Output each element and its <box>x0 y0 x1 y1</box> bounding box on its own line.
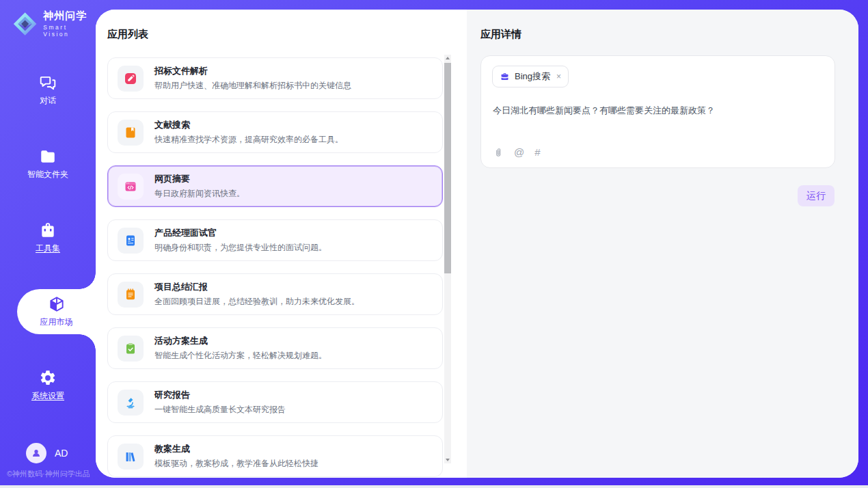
app-card-desc: 帮助用户快速、准确地理解和解析招标书中的关键信息 <box>154 80 351 92</box>
app-card-bid-parse[interactable]: 招标文件解析 帮助用户快速、准确地理解和解析招标书中的关键信息 <box>107 57 443 99</box>
sidebar-item-app-market[interactable]: 应用市场 <box>17 289 96 334</box>
browser-code-icon <box>124 180 137 193</box>
app-list-panel: 应用列表 招标文件解析 帮助用户快速、准确地理解和解析招标书中的关键信息 <box>96 10 467 478</box>
user-row[interactable]: AD <box>26 443 68 463</box>
list-scrollbar[interactable] <box>444 55 451 463</box>
tool-chip-label: Bing搜索 <box>515 70 550 83</box>
scrollbar-thumb[interactable] <box>444 63 451 273</box>
prompt-text-input[interactable]: 今日湖北有哪些新闻要点？有哪些需要关注的最新政策？ <box>493 104 824 118</box>
gem-logo-icon <box>12 11 38 37</box>
app-card-title: 产品经理面试官 <box>154 227 327 239</box>
app-detail-panel: 应用详情 Bing搜索 × 今日湖北有哪些新闻要点？有哪些需要关注的最新政策？ … <box>467 10 858 478</box>
user-icon <box>31 448 42 459</box>
hashtag-icon[interactable]: # <box>534 146 540 158</box>
paperclip-icon[interactable] <box>493 147 504 158</box>
page-bottom-strip <box>0 485 868 488</box>
chip-close-icon[interactable]: × <box>556 72 561 81</box>
app-card-desc: 快速精准查找学术资源，提高研究效率的必备工具。 <box>154 134 343 146</box>
icon-tile <box>118 390 144 416</box>
icon-tile <box>118 174 144 200</box>
scrollbar-up-arrow[interactable] <box>444 55 451 62</box>
app-card-title: 研究报告 <box>154 389 286 401</box>
app-card-desc: 每日政府新闻资讯快查。 <box>154 188 245 200</box>
app-card-title: 教案生成 <box>154 443 318 455</box>
content-sheet: 应用列表 招标文件解析 帮助用户快速、准确地理解和解析招标书中的关键信息 <box>96 10 858 478</box>
app-list-title: 应用列表 <box>107 28 148 41</box>
sidebar-item-label: 系统设置 <box>31 390 64 402</box>
book-icon <box>124 126 137 139</box>
app-card-lesson-plan[interactable]: 教案生成 模板驱动，教案秒成，教学准备从此轻松快捷 <box>107 435 443 477</box>
app-card-literature-search[interactable]: 文献搜索 快速精准查找学术资源，提高研究效率的必备工具。 <box>107 111 443 153</box>
sidebar-item-smart-folder[interactable]: 智能文件夹 <box>0 141 96 187</box>
icon-tile <box>118 228 144 254</box>
tool-chip-bing-search[interactable]: Bing搜索 × <box>492 66 569 87</box>
brand-logo: 神州问学 Smart Vision <box>12 10 96 38</box>
icon-tile <box>118 120 144 146</box>
run-button[interactable]: 运行 <box>798 185 835 206</box>
scrollbar-down-arrow[interactable] <box>444 457 451 463</box>
sidebar-item-label: 智能文件夹 <box>27 169 68 180</box>
sidebar: 神州问学 Smart Vision 对话 智能文件夹 <box>0 0 96 485</box>
app-card-research-report[interactable]: 研究报告 一键智能生成高质量长文本研究报告 <box>107 381 443 423</box>
app-card-event-plan[interactable]: 活动方案生成 智能生成个性化活动方案，轻松解决规划难题。 <box>107 327 443 369</box>
sidebar-nav: 对话 智能文件夹 工具集 <box>0 68 96 437</box>
app-card-desc: 智能生成个性化活动方案，轻松解决规划难题。 <box>154 350 327 362</box>
resume-icon <box>124 234 137 247</box>
app-card-title: 活动方案生成 <box>154 335 327 347</box>
app-card-desc: 一键智能生成高质量长文本研究报告 <box>154 404 286 416</box>
app-detail-title: 应用详情 <box>480 28 521 41</box>
app-card-project-summary[interactable]: 项目总结汇报 全面回顾项目进展，总结经验教训，助力未来优化发展。 <box>107 273 443 315</box>
app-card-web-summary[interactable]: 网页摘要 每日政府新闻资讯快查。 <box>107 165 443 207</box>
app-card-pm-interviewer[interactable]: 产品经理面试官 明确身份和职责，为您提供专业性的面试问题。 <box>107 219 443 261</box>
app-card-desc: 全面回顾项目进展，总结经验教训，助力未来优化发展。 <box>154 296 360 308</box>
chat-bubbles-icon <box>39 74 57 92</box>
gear-icon <box>39 369 57 387</box>
icon-tile <box>118 282 144 308</box>
app-card-title: 网页摘要 <box>154 173 245 185</box>
sidebar-item-toolset[interactable]: 工具集 <box>0 215 96 260</box>
books-icon <box>124 450 137 463</box>
sidebar-item-chat[interactable]: 对话 <box>0 68 96 113</box>
app-card-list: 招标文件解析 帮助用户快速、准确地理解和解析招标书中的关键信息 文献搜索 快速精… <box>107 57 443 478</box>
icon-tile <box>118 444 144 470</box>
app-card-desc: 明确身份和职责，为您提供专业性的面试问题。 <box>154 242 327 254</box>
brand-subtitle: Smart Vision <box>43 24 96 38</box>
toolbox-icon <box>39 221 57 239</box>
sidebar-item-settings[interactable]: 系统设置 <box>0 363 96 408</box>
cube-icon <box>48 295 66 313</box>
app-card-desc: 模板驱动，教案秒成，教学准备从此轻松快捷 <box>154 458 318 470</box>
briefcase-icon <box>500 72 510 82</box>
app-card-title: 文献搜索 <box>154 119 343 131</box>
sidebar-item-label: 应用市场 <box>40 316 73 328</box>
edit-doc-icon <box>124 72 137 85</box>
icon-tile <box>118 66 144 92</box>
app-frame: 神州问学 Smart Vision 对话 智能文件夹 <box>0 0 868 485</box>
app-card-title: 项目总结汇报 <box>154 281 360 293</box>
avatar[interactable] <box>26 443 46 463</box>
sidebar-item-label: 对话 <box>40 95 56 107</box>
clipboard-check-icon <box>124 342 137 355</box>
notepad-icon <box>124 288 137 301</box>
sidebar-item-label: 工具集 <box>36 243 60 254</box>
sidebar-footer: ©神州数码·神州问学出品 <box>7 469 90 479</box>
app-card-title: 招标文件解析 <box>154 65 351 77</box>
user-initials: AD <box>55 448 68 459</box>
prompt-card: Bing搜索 × 今日湖北有哪些新闻要点？有哪些需要关注的最新政策？ @ # <box>480 55 835 168</box>
mention-icon[interactable]: @ <box>514 146 524 158</box>
folder-icon <box>39 148 57 165</box>
icon-tile <box>118 336 144 362</box>
attachment-toolbar: @ # <box>493 146 541 158</box>
brand-name: 神州问学 <box>43 10 96 23</box>
microscope-icon <box>124 396 137 409</box>
